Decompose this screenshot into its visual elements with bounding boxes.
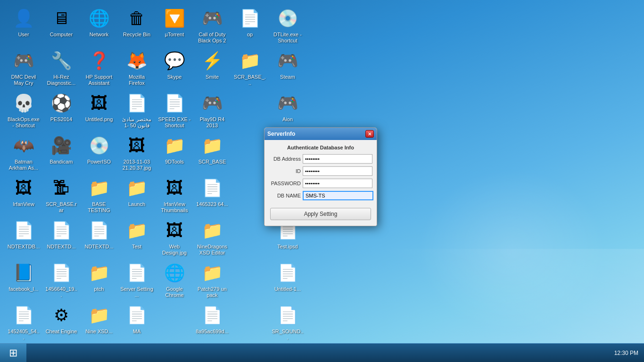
ninexsd1-icon: 📁 <box>88 304 110 327</box>
desktop-icon-9dtools[interactable]: 📁9DTools <box>156 132 193 174</box>
desktop-icon-file1465[interactable]: 📄1465323 64... <box>193 174 231 217</box>
desktop-icon-file1452[interactable]: 📄1452405_54... <box>5 302 42 344</box>
desktop-icon-untitled1[interactable]: 📄Untitled-1... <box>269 259 306 302</box>
aion-label: Aion <box>282 116 293 123</box>
desktop-icon-hirez[interactable]: 🔧Hi-Rez Diagnostic... <box>42 47 80 90</box>
utorrent-label: µTorrent <box>165 32 184 38</box>
taskbar: ⊞ 12:30 PM <box>0 343 644 362</box>
batman-label: Batman Arkham As... <box>7 159 40 171</box>
irfanview-label: IrfanView <box>13 201 34 207</box>
form-input-db-id[interactable] <box>303 166 372 176</box>
desktop-icon-irfanview[interactable]: 🖼IrfanView <box>5 174 42 217</box>
desktop-icon-facebook[interactable]: 📘facebook_I... <box>5 259 42 302</box>
desktop-icon-hpsupport[interactable]: ❓HP Support Assistant <box>80 47 118 90</box>
desktop-icon-poweriso[interactable]: 💿PowerISO <box>80 132 118 174</box>
desktop-icon-irfanview_thumb[interactable]: 🖼IrfanView Thumbnails <box>156 174 193 217</box>
desktop-icon-sr_sound[interactable]: 📄SR_SOUND... <box>269 302 306 344</box>
form-input-db-password[interactable] <box>303 179 372 188</box>
apply-setting-button[interactable]: Apply Setting <box>270 208 371 220</box>
webdesign-icon: 🖼 <box>163 219 186 242</box>
desktop-icon-launch[interactable]: 📁Launch <box>118 174 156 217</box>
serversetting-icon: 📄 <box>125 262 148 284</box>
desktop-icon-batman[interactable]: 🦇Batman Arkham As... <box>5 132 42 174</box>
desktop-icon-bandicam[interactable]: 🎥Bandicam <box>42 132 80 174</box>
desktop-icon-file8a95[interactable]: 📄8a95ac699d... <box>193 302 231 344</box>
desktop-icon-scrbase_rar[interactable]: 🗜SCR_BASE.rar <box>42 174 80 217</box>
dialog-body: Authenticate Database Info DB AddressIDP… <box>264 140 377 226</box>
irfanview_thumb-icon: 🖼 <box>163 177 186 199</box>
file1452-label: 1452405_54... <box>7 329 40 341</box>
pes2014-label: PES2014 <box>50 116 72 123</box>
skype-icon: 💬 <box>163 49 186 72</box>
hirez-label: Hi-Rez Diagnostic... <box>45 74 78 86</box>
file1465-label: 1465323 64... <box>196 201 228 207</box>
desktop-icon-ma[interactable]: 📄MA <box>118 302 156 344</box>
desktop-icon-blackops[interactable]: 💀BlackOps.exe - Shortcut <box>5 90 42 132</box>
desktop-icon-codblackops[interactable]: 🎮Call of Duty Black Ops 2 <box>193 5 231 47</box>
desktop-icon-skype[interactable]: 💬Skype <box>156 47 193 90</box>
dmc-label: DMC Devil May Cry <box>7 74 40 86</box>
desktop-icon-ninexsd1[interactable]: 📁Nine XSD... <box>80 302 118 344</box>
desktop-icon-ninexsd_ed[interactable]: 📁NineDragons XSD Editor <box>193 217 231 259</box>
poweriso-label: PowerISO <box>87 159 111 165</box>
desktop-icon-file1456[interactable]: 📄1456640_19... <box>42 259 80 302</box>
desktop-icon-dmc[interactable]: 🎮DMC Devil May Cry <box>5 47 42 90</box>
desktop-icon-smite[interactable]: ⚡Smite <box>193 47 231 90</box>
test-label: Test <box>132 244 141 250</box>
desktop-icon-dtlite[interactable]: 💿DTLite.exe - Shortcut <box>269 5 306 47</box>
desktop-icon-scrbase2[interactable]: 📁SCR_BASE <box>193 132 231 174</box>
hpsupport-label: HP Support Assistant <box>83 74 116 86</box>
desktop-icon-speed_exe[interactable]: 📄SPEED.EXE - Shortcut <box>156 90 193 132</box>
op-icon: 📄 <box>239 7 261 30</box>
computer-label: Computer <box>50 32 73 38</box>
dialog-form: DB AddressIDPASSWORDDB NAME <box>270 154 371 200</box>
desktop-icon-scrbase_m[interactable]: 📁SCR_BASE_... <box>231 47 269 90</box>
desktop-icon-steam[interactable]: 🎮Steam <box>269 47 306 90</box>
desktop-icon-ndtextdb2[interactable]: 📄NDTEXTD... <box>42 217 80 259</box>
test-icon: 📁 <box>125 219 148 242</box>
file1456-icon: 📄 <box>50 262 73 284</box>
desktop-icon-base_testing[interactable]: 📁BASE TESTING <box>80 174 118 217</box>
desktop-icon-pes2014[interactable]: ⚽PES2014 <box>42 90 80 132</box>
form-input-db-name[interactable] <box>303 191 373 200</box>
desktop-icon-ndtextdb3[interactable]: 📄NDTEXTD... <box>80 217 118 259</box>
desktop-icon-aion[interactable]: 🎮Aion <box>269 90 306 132</box>
desktop-icon-recycle[interactable]: 🗑Recycle Bin <box>118 5 156 47</box>
desktop-icon-untitled[interactable]: 🖼Untitled.png <box>80 90 118 132</box>
dmc-icon: 🎮 <box>12 49 35 72</box>
form-row-db-password: PASSWORD <box>270 179 371 188</box>
file1456-label: 1456640_19... <box>45 286 78 298</box>
blackops-icon: 💀 <box>12 92 35 115</box>
form-label-db-password: PASSWORD <box>270 181 301 186</box>
dialog-close-button[interactable]: ✕ <box>365 130 374 138</box>
desktop-icon-test[interactable]: 📁Test <box>118 217 156 259</box>
bandicam-icon: 🎥 <box>50 134 73 157</box>
scrbase_m-label: SCR_BASE_... <box>233 74 266 86</box>
form-input-db-address[interactable] <box>303 154 372 164</box>
desktop-icon-user[interactable]: 👤User <box>5 5 42 47</box>
desktop-icon-screenshot2013[interactable]: 🖼2013-11-03 21.20.37.jpg <box>118 132 156 174</box>
base_testing-icon: 📁 <box>88 177 110 199</box>
desktop-icon-play9d[interactable]: 🎮Play9D R4 2013 <box>193 90 231 132</box>
desktop-icon-op[interactable]: 📄op <box>231 5 269 47</box>
desktop-icon-arabic[interactable]: 📄مختصر مبادئ قانون 50 -1 <box>118 90 156 132</box>
network-label: Network <box>90 32 108 38</box>
desktop-icon-cheatengine[interactable]: ⚙Cheat Engine <box>42 302 80 344</box>
blackops-label: BlackOps.exe - Shortcut <box>7 116 40 129</box>
desktop-icon-network[interactable]: 🌐Network <box>80 5 118 47</box>
dtlite-icon: 💿 <box>276 7 299 30</box>
desktop-icon-utorrent[interactable]: 🔽µTorrent <box>156 5 193 47</box>
desktop-icon-computer[interactable]: 🖥Computer <box>42 5 80 47</box>
9dtools-label: 9DTools <box>165 159 184 165</box>
ptch-label: ptch <box>94 286 104 292</box>
serverinfo-dialog[interactable]: ServerInfo ✕ Authenticate Database Info … <box>264 127 377 226</box>
desktop-icon-ndtextdb1[interactable]: 📄NDTEXTDB... <box>5 217 42 259</box>
desktop-icon-serversetting[interactable]: 📄Server Setting ... <box>118 259 156 302</box>
untitled-label: Untitled.png <box>85 116 113 123</box>
desktop-icon-chrome[interactable]: 🌐Google Chrome <box>156 259 193 302</box>
desktop-icon-firefox[interactable]: 🦊Mozilla Firefox <box>118 47 156 90</box>
desktop-icon-webdesign[interactable]: 🖼Web Design.jpg <box>156 217 193 259</box>
start-button[interactable]: ⊞ <box>0 344 26 362</box>
desktop-icon-ptch[interactable]: 📁ptch <box>80 259 118 302</box>
desktop-icon-patch279[interactable]: 📁Patch279 un pack <box>193 259 231 302</box>
